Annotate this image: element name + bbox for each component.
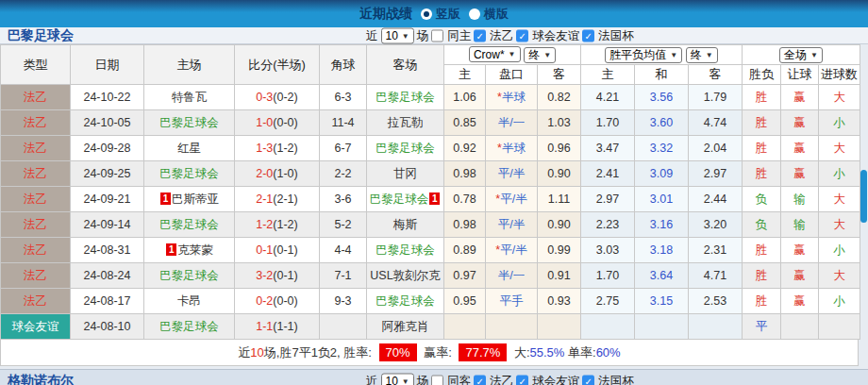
scope-select[interactable]: 全场▼	[779, 47, 823, 63]
red-card-icon: 1	[166, 243, 176, 256]
col-avg-away: 客	[689, 65, 743, 85]
odds-final-value: 终	[528, 47, 540, 63]
same-away-checkbox[interactable]	[431, 375, 443, 385]
match-type: 球会友谊	[1, 314, 71, 340]
odds-home: 0.98	[444, 161, 486, 187]
match-count-value: 10	[386, 375, 398, 385]
col-score: 比分(半场)	[235, 45, 320, 85]
odds-away: 0.90	[538, 161, 581, 187]
odds-final-select[interactable]: 终▼	[524, 47, 556, 63]
goals-result	[819, 314, 860, 340]
result-outcome: 平	[743, 314, 781, 340]
col-odds-line: 盘口	[486, 65, 538, 85]
match-count-select[interactable]: 10 ▼	[381, 27, 414, 43]
goals-result: 小	[819, 110, 860, 136]
avg-draw: 3.56	[635, 85, 689, 110]
avg-away: 3.20	[689, 212, 743, 238]
col-date: 日期	[71, 45, 144, 85]
avg-final-value: 终	[691, 47, 702, 63]
odds-home	[444, 314, 486, 340]
avg-final-select[interactable]: 终▼	[686, 47, 718, 63]
goals-result: 大	[819, 85, 860, 110]
summary-text: 大:	[510, 344, 529, 361]
league-checkbox[interactable]: ✓	[474, 29, 486, 42]
odds-line: 平/半	[486, 212, 538, 238]
col-avg-draw: 和	[635, 65, 689, 85]
summary-text: 场,胜7平1负2, 胜率:	[264, 344, 376, 361]
avg-home: 1.70	[581, 110, 635, 136]
match-date: 24-08-10	[71, 314, 144, 340]
match-score: 0-1(0-1)	[235, 238, 320, 263]
league-filter-label: 法乙	[490, 27, 513, 43]
match-row: 法乙24-09-25巴黎足球会2-0(1-0)2-2甘冈0.98平/半0.902…	[1, 161, 860, 187]
match-date: 24-09-28	[71, 136, 144, 161]
home-team: 红星	[144, 136, 235, 161]
layout-vertical-label: 竖版	[436, 6, 460, 23]
near-label: 近	[366, 373, 378, 385]
result-outcome: 胜	[743, 289, 781, 314]
cup-checkbox-bottom[interactable]: ✓	[582, 375, 594, 385]
avg-value: 胜平负均值	[609, 47, 666, 63]
match-score: 1-0(0-0)	[235, 110, 320, 136]
corner-count: 6-7	[320, 136, 367, 161]
home-team: 卡昂	[144, 289, 235, 314]
avg-select[interactable]: 胜平负均值▼	[605, 47, 682, 63]
league-checkbox-bottom[interactable]: ✓	[474, 375, 486, 385]
home-team: 巴黎足球会	[144, 263, 235, 289]
match-count-select-bottom[interactable]: 10 ▼	[381, 373, 414, 385]
away-team: 巴黎足球会	[367, 238, 444, 263]
odds-away: 0.90	[538, 212, 581, 238]
avg-home: 2.23	[581, 212, 635, 238]
goals-result: 小	[819, 161, 860, 187]
match-date: 24-09-14	[71, 212, 144, 238]
chevron-down-icon: ▼	[670, 51, 677, 59]
rate-badge: 70%	[379, 343, 417, 361]
handicap-result: 输	[781, 187, 819, 212]
chevron-down-icon: ▼	[706, 51, 713, 59]
odds-home: 0.98	[444, 212, 486, 238]
goals-result: 大	[819, 136, 860, 161]
goals-result: 大	[819, 187, 860, 212]
col-handicap: 让球	[781, 65, 819, 85]
col-goals: 进球数	[819, 65, 860, 85]
near-label: 近	[366, 27, 378, 43]
away-team-title: 格勒诺布尔	[8, 373, 74, 385]
same-away-label: 同客	[447, 373, 471, 385]
away-team: 巴黎足球会1	[367, 187, 444, 212]
match-score: 1-2(1-2)	[235, 212, 320, 238]
away-filter-controls: 近 10 ▼ 场 同客 ✓ 法乙 ✓ 球会友谊 ✓ 法国杯	[366, 373, 634, 385]
corner-count: 3-6	[320, 187, 367, 212]
avg-home: 3.47	[581, 136, 635, 161]
home-team: 1克莱蒙	[144, 238, 235, 263]
corner-count: 2-2	[320, 161, 367, 187]
corner-count: 5-2	[320, 212, 367, 238]
summary-text: 赢率:	[421, 344, 456, 361]
odds-away: 0.93	[538, 289, 581, 314]
home-team: 特鲁瓦	[144, 85, 235, 110]
odds-home: 0.85	[444, 110, 486, 136]
friendly-checkbox-bottom[interactable]: ✓	[516, 375, 528, 385]
friendly-checkbox[interactable]: ✓	[516, 29, 528, 42]
goals-result: 大	[819, 263, 860, 289]
away-team: 巴黎足球会	[367, 136, 444, 161]
avg-home: 3.03	[581, 238, 635, 263]
cup-checkbox[interactable]: ✓	[582, 29, 594, 42]
layout-horizontal-radio[interactable]: 横版	[469, 6, 509, 23]
summary-text: 60%	[596, 345, 621, 360]
friendly-filter-label: 球会友谊	[532, 27, 579, 43]
match-type: 法乙	[1, 212, 71, 238]
avg-away	[689, 314, 743, 340]
avg-group-header: 胜平负均值▼ 终▼	[581, 45, 743, 65]
avg-away: 2.31	[689, 238, 743, 263]
away-team: 巴黎足球会	[367, 85, 444, 110]
home-team: 巴黎足球会	[144, 212, 235, 238]
handicap-result: 输	[781, 212, 819, 238]
bookmaker-select[interactable]: Crow*▼	[469, 46, 521, 62]
same-home-checkbox[interactable]	[431, 29, 443, 42]
avg-away: 2.04	[689, 136, 743, 161]
layout-vertical-radio[interactable]: 竖版	[421, 6, 460, 23]
match-date: 24-10-05	[71, 110, 144, 136]
layout-horizontal-label: 横版	[484, 6, 509, 23]
scrollbar-thumb[interactable]	[860, 170, 867, 223]
odds-away: 0.82	[538, 85, 581, 110]
